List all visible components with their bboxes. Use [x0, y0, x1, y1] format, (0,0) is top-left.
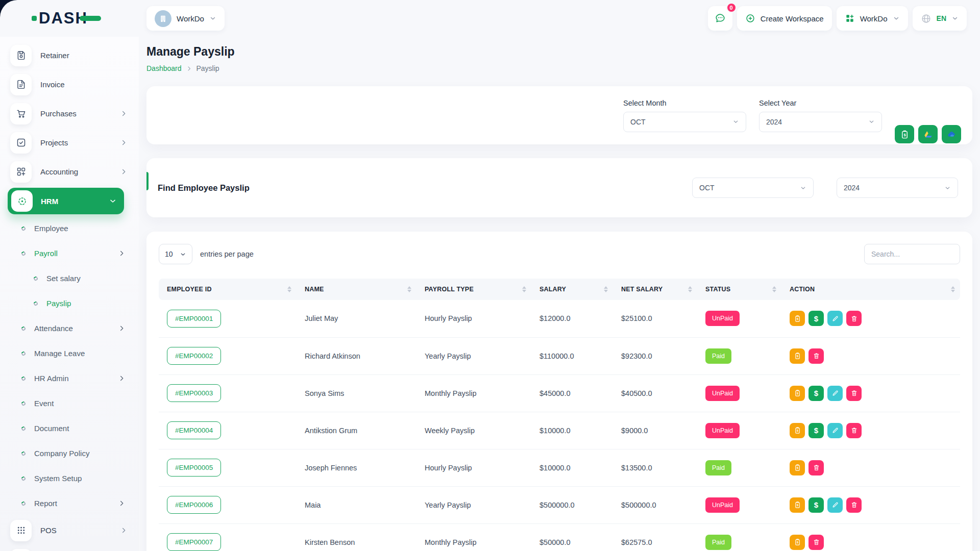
- sidebar-item-projects[interactable]: Projects: [0, 128, 139, 157]
- trash-icon: [850, 501, 858, 509]
- net-salary-value: $62575.0: [613, 523, 697, 551]
- payroll-type: Monthly Payslip: [416, 374, 531, 412]
- select-year-label: Select Year: [759, 99, 882, 107]
- chevron-right-icon: [118, 499, 126, 507]
- row-actions: $$: [781, 374, 960, 412]
- delete-button[interactable]: [808, 535, 824, 550]
- sidebar-nav: Retainer Invoice Purchases Projects Acco…: [0, 37, 139, 551]
- app-switcher-button[interactable]: WorkDo: [837, 6, 908, 31]
- delete-button[interactable]: [846, 497, 862, 513]
- breadcrumb-dashboard-link[interactable]: Dashboard: [146, 64, 182, 72]
- chevron-down-icon: [893, 15, 900, 22]
- sidebar-subitem-event[interactable]: Event: [0, 391, 139, 416]
- bullet-icon: [21, 350, 27, 356]
- sort-icon[interactable]: [772, 286, 776, 292]
- delete-button[interactable]: [808, 348, 824, 364]
- salary-value: $45000.0: [531, 374, 613, 412]
- sidebar-item-purchases[interactable]: Purchases: [0, 99, 139, 128]
- edit-button[interactable]: [827, 386, 843, 401]
- column-header-status[interactable]: STATUS: [697, 279, 781, 300]
- delete-button[interactable]: [846, 386, 862, 401]
- column-header-employee-id[interactable]: EMPLOYEE ID: [159, 279, 297, 300]
- sidebar-subitem-set-salary[interactable]: Set salary: [0, 266, 139, 291]
- make-payment-button[interactable]: $: [808, 497, 824, 513]
- find-month-select[interactable]: OCT: [692, 178, 814, 198]
- sidebar-subitem-manage-leave[interactable]: Manage Leave: [0, 341, 139, 366]
- sidebar-subitem-payroll[interactable]: Payroll: [0, 241, 139, 266]
- sidebar-item-pos[interactable]: POS: [0, 516, 139, 545]
- delete-button[interactable]: [846, 311, 862, 326]
- sidebar-item-hrm[interactable]: HRM: [8, 188, 124, 214]
- employee-id-badge[interactable]: #EMP00005: [167, 459, 221, 477]
- workspace-selector[interactable]: WorkDo: [146, 6, 225, 31]
- column-header-action[interactable]: ACTION: [781, 279, 960, 300]
- sort-icon[interactable]: [951, 286, 955, 292]
- find-year-select[interactable]: 2024: [837, 178, 958, 198]
- employee-id-badge[interactable]: #EMP00004: [167, 421, 221, 439]
- sidebar-item-accounting[interactable]: Accounting: [0, 157, 139, 186]
- messages-button[interactable]: 0: [708, 6, 732, 31]
- sidebar-subitem-employee[interactable]: Employee: [0, 216, 139, 241]
- make-payment-button[interactable]: $: [808, 423, 824, 438]
- column-header-name[interactable]: NAME: [297, 279, 416, 300]
- sort-icon[interactable]: [407, 286, 411, 292]
- clipboard-dollar-icon: $: [794, 538, 801, 546]
- sidebar-item-invoice[interactable]: Invoice: [0, 70, 139, 99]
- payslip-receipt-button[interactable]: $: [790, 386, 805, 401]
- clipboard-dollar-icon: $: [794, 352, 801, 360]
- payslip-table-card: 10 entries per page EMPLOYEE ID NAME PAY…: [146, 232, 972, 551]
- make-payment-button[interactable]: $: [808, 311, 824, 326]
- sidebar-subitem-system-setup[interactable]: System Setup: [0, 466, 139, 491]
- edit-button[interactable]: [827, 497, 843, 513]
- sort-icon[interactable]: [287, 286, 291, 292]
- bullet-icon: [21, 475, 27, 481]
- payslip-receipt-button[interactable]: $: [790, 311, 805, 326]
- sort-icon[interactable]: [688, 286, 692, 292]
- breadcrumb: Dashboard Payslip: [146, 64, 972, 72]
- delete-button[interactable]: [808, 460, 824, 475]
- chevron-right-icon: [118, 249, 126, 257]
- column-header-payroll-type[interactable]: PAYROLL TYPE: [416, 279, 531, 300]
- sidebar-subitem-company-policy[interactable]: Company Policy: [0, 441, 139, 466]
- employee-id-badge[interactable]: #EMP00002: [167, 347, 221, 365]
- make-payment-button[interactable]: $: [808, 386, 824, 401]
- entries-per-page-select[interactable]: 10: [159, 244, 192, 264]
- employee-id-badge[interactable]: #EMP00003: [167, 384, 221, 402]
- check-square-icon: [10, 132, 32, 154]
- edit-button[interactable]: [827, 311, 843, 326]
- dollar-icon: $: [813, 315, 820, 322]
- sort-icon[interactable]: [604, 286, 608, 292]
- sidebar-subitem-payslip[interactable]: Payslip: [0, 291, 139, 316]
- payslip-receipt-button[interactable]: $: [790, 497, 805, 513]
- create-workspace-button[interactable]: Create Workspace: [737, 6, 832, 31]
- payslip-receipt-button[interactable]: $: [790, 535, 805, 550]
- sidebar-item-crm[interactable]: CRM: [0, 545, 139, 551]
- search-input[interactable]: [864, 244, 960, 264]
- year-select[interactable]: 2024: [759, 112, 882, 132]
- sidebar-subitem-document[interactable]: Document: [0, 416, 139, 441]
- sort-icon[interactable]: [522, 286, 526, 292]
- sidebar-subitem-attendance[interactable]: Attendance: [0, 316, 139, 341]
- sidebar-item-retainer[interactable]: Retainer: [0, 41, 139, 70]
- row-actions: $$: [781, 486, 960, 523]
- payslip-receipt-button[interactable]: $: [790, 460, 805, 475]
- employee-id-badge[interactable]: #EMP00006: [167, 496, 221, 514]
- google-drive-button[interactable]: [918, 125, 938, 143]
- onedrive-button[interactable]: [942, 125, 961, 143]
- month-select[interactable]: OCT: [623, 112, 746, 132]
- sidebar-subitem-hr-admin[interactable]: HR Admin: [0, 366, 139, 391]
- bulk-payment-button[interactable]: $: [895, 125, 914, 143]
- globe-icon: [921, 13, 932, 24]
- employee-id-badge[interactable]: #EMP00001: [167, 310, 221, 328]
- payslip-receipt-button[interactable]: $: [790, 348, 805, 364]
- delete-button[interactable]: [846, 423, 862, 438]
- language-selector[interactable]: EN: [913, 6, 967, 31]
- payslip-receipt-button[interactable]: $: [790, 423, 805, 438]
- employee-id-badge[interactable]: #EMP00007: [167, 533, 221, 551]
- logo-dot: [32, 16, 37, 21]
- sidebar-subitem-report[interactable]: Report: [0, 491, 139, 516]
- edit-button[interactable]: [827, 423, 843, 438]
- column-header-net-salary[interactable]: NET SALARY: [613, 279, 697, 300]
- brand-logo[interactable]: DASH: [0, 9, 139, 28]
- column-header-salary[interactable]: SALARY: [531, 279, 613, 300]
